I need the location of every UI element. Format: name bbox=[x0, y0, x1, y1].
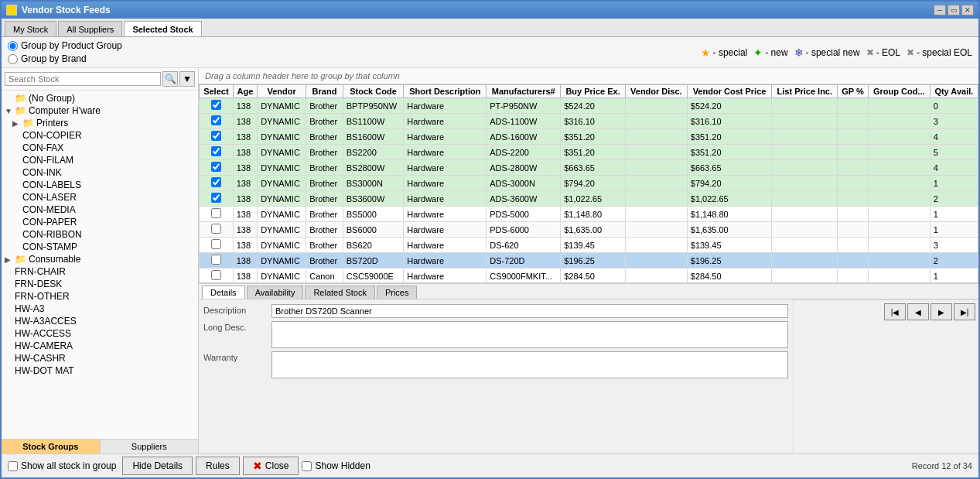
detail-tab-prices[interactable]: Prices bbox=[377, 286, 418, 299]
table-row[interactable]: 138DYNAMICBrotherBS620HardwareDS-620$139… bbox=[200, 238, 978, 253]
table-row[interactable]: 138DYNAMICCanonCSC59000EHardwareCS9000FM… bbox=[200, 269, 978, 284]
tree-item-con-filam[interactable]: CON-FILAM bbox=[3, 154, 196, 166]
col-header-short-desc[interactable]: Short Description bbox=[404, 85, 487, 98]
col-header-list-price[interactable]: List Price Inc. bbox=[772, 85, 838, 98]
tree-item-con-media[interactable]: CON-MEDIA bbox=[3, 204, 196, 216]
col-header-buy-price[interactable]: Buy Price Ex. bbox=[561, 85, 626, 98]
cell-vendor-disc bbox=[625, 207, 687, 222]
tree-item-nogroup[interactable]: 📁 (No Group) bbox=[3, 92, 196, 104]
show-all-checkbox[interactable] bbox=[8, 461, 18, 471]
cell-select[interactable] bbox=[200, 176, 234, 191]
tab-all-suppliers[interactable]: All Suppliers bbox=[58, 21, 122, 36]
grid-area[interactable]: Select Age Vendor Brand Stock Code Short… bbox=[199, 84, 978, 283]
cell-select[interactable] bbox=[200, 207, 234, 222]
legend-new: ✦ - new bbox=[753, 46, 787, 59]
show-all-checkbox-label[interactable]: Show all stock in group bbox=[8, 460, 116, 471]
tree-item-frn-chair[interactable]: FRN-CHAIR bbox=[3, 265, 196, 278]
nav-first-button[interactable]: |◀ bbox=[884, 303, 906, 320]
tree-item-con-laser[interactable]: CON-LASER bbox=[3, 191, 196, 204]
tree-item-hw-camera[interactable]: HW-CAMERA bbox=[3, 340, 196, 352]
tree-item-hw-access[interactable]: HW-ACCESS bbox=[3, 327, 196, 340]
search-button[interactable]: 🔍 bbox=[162, 71, 178, 87]
restore-button[interactable]: ▭ bbox=[948, 5, 960, 15]
detail-tab-availability[interactable]: Availability bbox=[247, 286, 304, 299]
tree-item-hw-a3[interactable]: HW-A3 bbox=[3, 303, 196, 315]
detail-tab-related-stock[interactable]: Related Stock bbox=[305, 286, 374, 299]
nav-last-button[interactable]: ▶| bbox=[954, 303, 975, 320]
group-by-product-radio[interactable]: Group by Product Group bbox=[8, 40, 122, 51]
table-row[interactable]: 138DYNAMICBrotherBS2800WHardwareADS-2800… bbox=[200, 160, 978, 176]
cell-short-desc: Hardware bbox=[404, 176, 487, 191]
tree-item-computer-hware[interactable]: ▼ 📁 Computer H'ware bbox=[3, 104, 196, 117]
tree-item-frn-other[interactable]: FRN-OTHER bbox=[3, 290, 196, 303]
cell-select[interactable] bbox=[200, 269, 234, 284]
tree-item-hw-a3acces[interactable]: HW-A3ACCES bbox=[3, 315, 196, 327]
cell-select[interactable] bbox=[200, 238, 234, 253]
cell-select[interactable] bbox=[200, 145, 234, 160]
nav-prev-button[interactable]: ◀ bbox=[907, 303, 929, 320]
table-row[interactable]: 138DYNAMICBrotherBPTP950NWHardwarePT-P95… bbox=[200, 98, 978, 114]
show-hidden-checkbox-label[interactable]: Show Hidden bbox=[302, 457, 370, 475]
tree-item-hw-cashr[interactable]: HW-CASHR bbox=[3, 352, 196, 364]
tree-area[interactable]: 📁 (No Group) ▼ 📁 Computer H'ware ▶ 📁 Pri… bbox=[2, 91, 198, 439]
sidebar-tab-stock-groups[interactable]: Stock Groups bbox=[2, 440, 101, 453]
long-desc-input[interactable] bbox=[271, 321, 788, 348]
tree-item-hw-dot-mat[interactable]: HW-DOT MAT bbox=[3, 364, 196, 377]
show-hidden-checkbox[interactable] bbox=[302, 461, 312, 471]
sidebar-tab-suppliers[interactable]: Suppliers bbox=[101, 440, 199, 453]
tree-item-con-labels[interactable]: CON-LABELS bbox=[3, 179, 196, 191]
close-button[interactable]: ✖ Close bbox=[243, 457, 299, 475]
toolbar-left: Group by Product Group Group by Brand bbox=[8, 40, 122, 64]
description-input[interactable] bbox=[271, 304, 788, 318]
close-window-button[interactable]: ✕ bbox=[961, 5, 974, 15]
col-header-vendor-disc[interactable]: Vendor Disc. bbox=[625, 85, 687, 98]
col-header-stock-code[interactable]: Stock Code bbox=[343, 85, 404, 98]
table-row[interactable]: 138DYNAMICBrotherBS3000NHardwareADS-3000… bbox=[200, 176, 978, 191]
cell-select[interactable] bbox=[200, 191, 234, 207]
tab-my-stock[interactable]: My Stock bbox=[5, 21, 56, 36]
tree-item-con-paper[interactable]: CON-PAPER bbox=[3, 216, 196, 228]
tree-item-consumable[interactable]: ▶ 📁 Consumable bbox=[3, 253, 196, 265]
cell-vendor-disc bbox=[625, 129, 687, 145]
tree-item-printers[interactable]: ▶ 📁 Printers bbox=[3, 117, 196, 129]
rules-button[interactable]: Rules bbox=[196, 457, 240, 475]
nav-next-button[interactable]: ▶ bbox=[930, 303, 952, 320]
col-header-qty[interactable]: Qty Avail. bbox=[930, 85, 978, 98]
col-header-age[interactable]: Age bbox=[233, 85, 257, 98]
table-row[interactable]: 138DYNAMICBrotherBS3600WHardwareADS-3600… bbox=[200, 191, 978, 207]
table-row[interactable]: 138DYNAMICBrotherBS1600WHardwareADS-1600… bbox=[200, 129, 978, 145]
col-header-vendor-cost[interactable]: Vendor Cost Price bbox=[687, 85, 772, 98]
long-desc-row: Long Desc. bbox=[203, 321, 788, 348]
tree-item-con-fax[interactable]: CON-FAX bbox=[3, 142, 196, 154]
table-row[interactable]: 138DYNAMICBrotherBS5000HardwarePDS-5000$… bbox=[200, 207, 978, 222]
search-options-button[interactable]: ▼ bbox=[179, 71, 195, 87]
hide-details-button[interactable]: Hide Details bbox=[122, 457, 193, 475]
table-row[interactable]: 138DYNAMICBrotherBS2200HardwareADS-2200$… bbox=[200, 145, 978, 160]
col-header-vendor[interactable]: Vendor bbox=[258, 85, 306, 98]
cell-select[interactable] bbox=[200, 222, 234, 238]
tree-item-con-ink[interactable]: CON-INK bbox=[3, 166, 196, 179]
minimize-button[interactable]: ─ bbox=[934, 5, 946, 15]
tree-item-con-stamp[interactable]: CON-STAMP bbox=[3, 241, 196, 253]
cell-select[interactable] bbox=[200, 160, 234, 176]
search-input[interactable] bbox=[5, 72, 161, 86]
table-row[interactable]: 138DYNAMICBrotherBS1100WHardwareADS-1100… bbox=[200, 114, 978, 129]
tree-item-con-ribbon[interactable]: CON-RIBBON bbox=[3, 228, 196, 241]
table-row[interactable]: 138DYNAMICBrotherBS720DHardwareDS-720D$1… bbox=[200, 253, 978, 269]
table-row[interactable]: 138DYNAMICBrotherBS6000HardwarePDS-6000$… bbox=[200, 222, 978, 238]
tree-item-con-copier[interactable]: CON-COPIER bbox=[3, 129, 196, 142]
tab-selected-stock[interactable]: Selected Stock bbox=[124, 21, 201, 36]
detail-tab-details[interactable]: Details bbox=[202, 286, 245, 299]
cell-select[interactable] bbox=[200, 129, 234, 145]
col-header-gp[interactable]: GP % bbox=[838, 85, 869, 98]
col-header-brand[interactable]: Brand bbox=[306, 85, 343, 98]
col-header-select[interactable]: Select bbox=[200, 85, 234, 98]
group-by-brand-radio[interactable]: Group by Brand bbox=[8, 53, 122, 64]
col-header-mfr[interactable]: Manufacturers# bbox=[487, 85, 561, 98]
cell-select[interactable] bbox=[200, 253, 234, 269]
warranty-input[interactable] bbox=[271, 351, 788, 378]
cell-select[interactable] bbox=[200, 114, 234, 129]
cell-select[interactable] bbox=[200, 98, 234, 114]
tree-item-frn-desk[interactable]: FRN-DESK bbox=[3, 278, 196, 290]
col-header-group-code[interactable]: Group Cod... bbox=[868, 85, 930, 98]
